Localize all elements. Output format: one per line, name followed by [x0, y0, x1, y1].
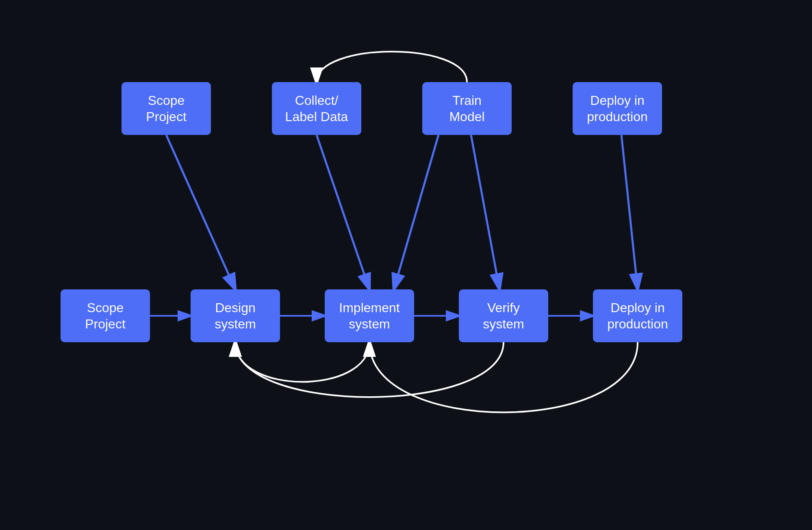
node-deploy-production-bottom: Deploy inproduction: [593, 289, 682, 342]
node-deploy-production-top: Deploy inproduction: [573, 82, 662, 135]
bottom-curve-1: [235, 342, 369, 382]
node-scope-project-top: Scope Project: [122, 82, 211, 135]
arrow-t3-b4: [471, 135, 499, 289]
node-collect-label-data: Collect/Label Data: [272, 82, 361, 135]
arrow-t3-b3: [394, 135, 439, 289]
top-curve-arrow: [317, 52, 467, 82]
node-verify-system: Verifysystem: [459, 289, 548, 342]
arrow-t2-b3: [317, 135, 369, 289]
arrow-t4-b5: [621, 135, 638, 289]
node-train-model: TrainModel: [422, 82, 512, 135]
node-design-system: Designsystem: [191, 289, 280, 342]
diagram-container: Scope Project Collect/Label Data TrainMo…: [40, 41, 772, 489]
bottom-curve-3: [369, 342, 638, 413]
node-implement-system: Implementsystem: [325, 289, 414, 342]
arrow-t1-b2: [166, 135, 235, 289]
node-scope-project-bottom: ScopeProject: [61, 289, 150, 342]
